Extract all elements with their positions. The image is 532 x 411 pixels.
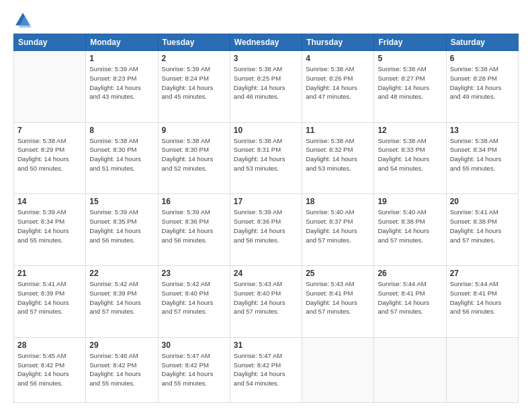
day-number: 24 (234, 269, 298, 278)
day-number: 11 (306, 126, 370, 135)
weekday-header: Saturday (446, 34, 518, 51)
calendar-cell (14, 51, 86, 123)
day-number: 27 (450, 269, 515, 278)
calendar-week-row: 28Sunrise: 5:45 AMSunset: 8:42 PMDayligh… (14, 337, 519, 402)
weekday-header: Tuesday (158, 34, 230, 51)
calendar-cell: 8Sunrise: 5:38 AMSunset: 8:30 PMDaylight… (86, 122, 158, 194)
calendar-cell (446, 337, 518, 402)
day-number: 17 (234, 197, 298, 206)
day-info: Sunrise: 5:39 AMSunset: 8:23 PMDaylight:… (89, 64, 154, 101)
day-info: Sunrise: 5:44 AMSunset: 8:41 PMDaylight:… (450, 279, 515, 316)
day-info: Sunrise: 5:38 AMSunset: 8:27 PMDaylight:… (378, 64, 442, 101)
day-info: Sunrise: 5:38 AMSunset: 8:34 PMDaylight:… (450, 136, 515, 173)
day-info: Sunrise: 5:39 AMSunset: 8:36 PMDaylight:… (234, 208, 298, 244)
calendar-cell: 3Sunrise: 5:38 AMSunset: 8:25 PMDaylight… (230, 51, 302, 123)
day-number: 30 (162, 340, 226, 350)
weekday-header: Friday (374, 34, 446, 51)
day-number: 1 (89, 54, 154, 63)
day-number: 15 (89, 197, 154, 206)
logo (13, 11, 35, 30)
day-info: Sunrise: 5:38 AMSunset: 8:25 PMDaylight:… (234, 64, 298, 101)
calendar-cell: 20Sunrise: 5:41 AMSunset: 8:38 PMDayligh… (446, 194, 518, 266)
calendar-cell: 18Sunrise: 5:40 AMSunset: 8:37 PMDayligh… (302, 194, 374, 266)
weekday-header: Sunday (14, 34, 86, 51)
day-info: Sunrise: 5:38 AMSunset: 8:33 PMDaylight:… (378, 136, 442, 173)
day-info: Sunrise: 5:38 AMSunset: 8:30 PMDaylight:… (89, 136, 154, 173)
day-info: Sunrise: 5:38 AMSunset: 8:31 PMDaylight:… (234, 136, 298, 173)
calendar-cell: 14Sunrise: 5:39 AMSunset: 8:34 PMDayligh… (14, 194, 86, 266)
calendar-week-row: 7Sunrise: 5:38 AMSunset: 8:29 PMDaylight… (14, 122, 519, 194)
day-number: 26 (378, 269, 442, 278)
day-number: 6 (450, 54, 515, 63)
day-number: 4 (306, 54, 370, 63)
day-info: Sunrise: 5:41 AMSunset: 8:38 PMDaylight:… (450, 208, 515, 244)
calendar-cell: 22Sunrise: 5:42 AMSunset: 8:39 PMDayligh… (86, 266, 158, 338)
calendar-cell: 12Sunrise: 5:38 AMSunset: 8:33 PMDayligh… (374, 122, 446, 194)
day-info: Sunrise: 5:41 AMSunset: 8:39 PMDaylight:… (17, 279, 82, 316)
calendar-cell: 27Sunrise: 5:44 AMSunset: 8:41 PMDayligh… (446, 266, 518, 338)
calendar-cell (374, 337, 446, 402)
day-number: 8 (89, 126, 154, 135)
page: SundayMondayTuesdayWednesdayThursdayFrid… (0, 0, 532, 411)
day-number: 29 (89, 340, 154, 350)
day-info: Sunrise: 5:39 AMSunset: 8:24 PMDaylight:… (162, 64, 226, 101)
day-number: 28 (17, 340, 82, 350)
day-info: Sunrise: 5:42 AMSunset: 8:40 PMDaylight:… (162, 279, 226, 316)
calendar-cell: 4Sunrise: 5:38 AMSunset: 8:26 PMDaylight… (302, 51, 374, 123)
day-number: 3 (234, 54, 298, 63)
day-number: 9 (162, 126, 226, 135)
day-info: Sunrise: 5:39 AMSunset: 8:35 PMDaylight:… (89, 208, 154, 244)
calendar-cell: 23Sunrise: 5:42 AMSunset: 8:40 PMDayligh… (158, 266, 230, 338)
logo-icon (13, 11, 32, 30)
day-info: Sunrise: 5:46 AMSunset: 8:42 PMDaylight:… (89, 351, 154, 388)
day-info: Sunrise: 5:38 AMSunset: 8:32 PMDaylight:… (306, 136, 370, 173)
calendar-cell: 26Sunrise: 5:44 AMSunset: 8:41 PMDayligh… (374, 266, 446, 338)
day-info: Sunrise: 5:47 AMSunset: 8:42 PMDaylight:… (234, 351, 298, 388)
day-info: Sunrise: 5:38 AMSunset: 8:30 PMDaylight:… (162, 136, 226, 173)
day-info: Sunrise: 5:44 AMSunset: 8:41 PMDaylight:… (378, 279, 442, 316)
day-info: Sunrise: 5:38 AMSunset: 8:28 PMDaylight:… (450, 64, 515, 101)
day-info: Sunrise: 5:39 AMSunset: 8:36 PMDaylight:… (162, 208, 226, 244)
day-number: 2 (162, 54, 226, 63)
calendar-cell: 30Sunrise: 5:47 AMSunset: 8:42 PMDayligh… (158, 337, 230, 402)
day-info: Sunrise: 5:47 AMSunset: 8:42 PMDaylight:… (162, 351, 226, 388)
calendar-cell: 11Sunrise: 5:38 AMSunset: 8:32 PMDayligh… (302, 122, 374, 194)
day-number: 22 (89, 269, 154, 278)
calendar-cell: 21Sunrise: 5:41 AMSunset: 8:39 PMDayligh… (14, 266, 86, 338)
weekday-header: Thursday (302, 34, 374, 51)
day-number: 18 (306, 197, 370, 206)
day-number: 31 (234, 340, 298, 350)
day-info: Sunrise: 5:45 AMSunset: 8:42 PMDaylight:… (17, 351, 82, 388)
calendar-week-row: 14Sunrise: 5:39 AMSunset: 8:34 PMDayligh… (14, 194, 519, 266)
day-info: Sunrise: 5:38 AMSunset: 8:29 PMDaylight:… (17, 136, 82, 173)
day-number: 14 (17, 197, 82, 206)
calendar-cell: 10Sunrise: 5:38 AMSunset: 8:31 PMDayligh… (230, 122, 302, 194)
day-number: 12 (378, 126, 442, 135)
day-number: 25 (306, 269, 370, 278)
calendar-cell: 13Sunrise: 5:38 AMSunset: 8:34 PMDayligh… (446, 122, 518, 194)
day-info: Sunrise: 5:40 AMSunset: 8:37 PMDaylight:… (306, 208, 370, 244)
day-number: 20 (450, 197, 515, 206)
calendar-cell: 24Sunrise: 5:43 AMSunset: 8:40 PMDayligh… (230, 266, 302, 338)
header (13, 11, 519, 30)
day-number: 10 (234, 126, 298, 135)
day-number: 23 (162, 269, 226, 278)
day-info: Sunrise: 5:40 AMSunset: 8:38 PMDaylight:… (378, 208, 442, 244)
day-number: 19 (378, 197, 442, 206)
day-number: 16 (162, 197, 226, 206)
calendar-cell: 5Sunrise: 5:38 AMSunset: 8:27 PMDaylight… (374, 51, 446, 123)
calendar-cell: 15Sunrise: 5:39 AMSunset: 8:35 PMDayligh… (86, 194, 158, 266)
calendar-cell: 9Sunrise: 5:38 AMSunset: 8:30 PMDaylight… (158, 122, 230, 194)
calendar-cell: 19Sunrise: 5:40 AMSunset: 8:38 PMDayligh… (374, 194, 446, 266)
weekday-header: Monday (86, 34, 158, 51)
calendar-cell: 7Sunrise: 5:38 AMSunset: 8:29 PMDaylight… (14, 122, 86, 194)
calendar-week-row: 21Sunrise: 5:41 AMSunset: 8:39 PMDayligh… (14, 266, 519, 338)
weekday-header: Wednesday (230, 34, 302, 51)
calendar-cell (302, 337, 374, 402)
day-info: Sunrise: 5:42 AMSunset: 8:39 PMDaylight:… (89, 279, 154, 316)
calendar-table: SundayMondayTuesdayWednesdayThursdayFrid… (13, 34, 519, 403)
day-info: Sunrise: 5:43 AMSunset: 8:41 PMDaylight:… (306, 279, 370, 316)
day-number: 13 (450, 126, 515, 135)
calendar-cell: 25Sunrise: 5:43 AMSunset: 8:41 PMDayligh… (302, 266, 374, 338)
day-number: 21 (17, 269, 82, 278)
